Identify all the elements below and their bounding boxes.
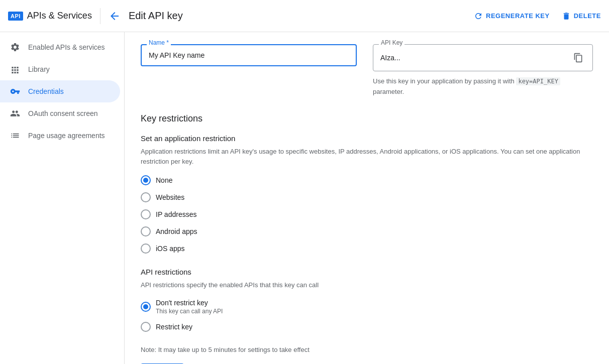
api-key-label: API Key: [379, 39, 404, 46]
delete-icon: [562, 12, 571, 21]
api-restriction-restrict-label: Restrict key: [156, 323, 192, 331]
api-key-value: AIza...: [380, 54, 567, 62]
radio-android-indicator: [141, 226, 151, 236]
app-restriction-title: Set an application restriction: [141, 134, 593, 143]
note-text: Note: It may take up to 5 minutes for se…: [141, 346, 593, 353]
key-restrictions-title: Key restrictions: [141, 113, 593, 124]
list-icon: [10, 131, 20, 141]
sidebar-item-label: Credentials: [28, 87, 64, 95]
name-label: Name *: [147, 39, 171, 46]
app-restriction-websites-label: Websites: [156, 193, 184, 201]
api-restriction-dont-restrict[interactable]: Don't restrict key This key can call any…: [141, 299, 593, 315]
people-icon: [10, 108, 20, 118]
app-restriction-ip-label: IP addresses: [156, 210, 196, 218]
sidebar-item-library[interactable]: Library: [0, 58, 120, 80]
sidebar-item-enabled-apis[interactable]: Enabled APIs & services: [0, 36, 120, 58]
radio-dont-restrict-indicator: [141, 302, 151, 312]
sidebar-item-label: Enabled APIs & services: [28, 43, 105, 51]
api-key-box: API Key AIza...: [373, 44, 593, 71]
radio-websites-indicator: [141, 192, 151, 202]
copy-api-key-button[interactable]: [571, 51, 585, 65]
regenerate-icon: [474, 12, 483, 21]
topbar-divider: [100, 8, 100, 24]
regenerate-key-button[interactable]: REGENERATE KEY: [474, 12, 550, 21]
radio-ip-indicator: [141, 209, 151, 219]
api-restriction-title: API restrictions: [141, 268, 593, 276]
app-restriction-ip[interactable]: IP addresses: [141, 209, 593, 219]
topbar: API APIs & Services Edit API key REGENER…: [0, 0, 609, 32]
radio-none-indicator: [141, 175, 151, 185]
api-restriction-dont-restrict-sub: This key can call any API: [156, 308, 223, 315]
app-restriction-none-label: None: [156, 176, 172, 184]
name-field-group: Name *: [141, 44, 357, 97]
api-logo-badge: API: [8, 12, 23, 21]
api-key-wrapper: AIza...: [373, 44, 593, 71]
app-restriction-desc: Application restrictions limit an API ke…: [141, 147, 593, 168]
api-restriction-desc: API restrictions specify the enabled API…: [141, 280, 593, 291]
app-restriction-ios[interactable]: iOS apps: [141, 244, 593, 254]
api-key-hint-code: key=API_KEY: [516, 77, 560, 85]
sidebar-item-label: Page usage agreements: [28, 132, 105, 140]
api-restriction-dont-restrict-label: Don't restrict key: [156, 299, 223, 307]
sidebar-item-oauth[interactable]: OAuth consent screen: [0, 102, 120, 125]
app-logo: API APIs & Services: [8, 11, 92, 21]
sidebar: Enabled APIs & services Library Credenti…: [0, 32, 125, 364]
topbar-actions: REGENERATE KEY DELETE: [474, 12, 601, 21]
gear-icon: [10, 42, 20, 52]
api-key-section: API Key AIza... Use this key in your app…: [373, 44, 593, 97]
sidebar-item-page-usage[interactable]: Page usage agreements: [0, 125, 120, 147]
form-row: Name * API Key AIza...: [141, 44, 593, 97]
grid-icon: [10, 64, 20, 74]
name-input[interactable]: [141, 44, 357, 66]
api-restriction-radio-group: Don't restrict key This key can call any…: [141, 299, 593, 332]
copy-icon: [573, 53, 583, 63]
app-restriction-websites[interactable]: Websites: [141, 192, 593, 202]
delete-label: DELETE: [574, 12, 601, 20]
app-restriction-radio-group: None Websites IP addresses Android apps …: [141, 175, 593, 254]
page-title: Edit API key: [129, 10, 466, 22]
content-area: Name * API Key AIza...: [125, 32, 609, 364]
api-restriction-restrict[interactable]: Restrict key: [141, 322, 593, 332]
sidebar-item-label: OAuth consent screen: [28, 109, 98, 117]
radio-restrict-indicator: [141, 322, 151, 332]
app-title: APIs & Services: [27, 11, 92, 21]
main-layout: Enabled APIs & services Library Credenti…: [0, 32, 609, 364]
delete-button[interactable]: DELETE: [562, 12, 601, 21]
api-key-hint: Use this key in your application by pass…: [373, 76, 593, 97]
key-icon: [10, 86, 20, 96]
sidebar-item-label: Library: [28, 65, 50, 73]
sidebar-item-credentials[interactable]: Credentials: [0, 80, 120, 102]
regenerate-key-label: REGENERATE KEY: [486, 12, 550, 20]
app-restriction-android[interactable]: Android apps: [141, 226, 593, 236]
app-restriction-ios-label: iOS apps: [156, 245, 185, 253]
app-restriction-none[interactable]: None: [141, 175, 593, 185]
app-restriction-android-label: Android apps: [156, 227, 197, 235]
back-button[interactable]: [109, 10, 121, 22]
radio-ios-indicator: [141, 244, 151, 254]
